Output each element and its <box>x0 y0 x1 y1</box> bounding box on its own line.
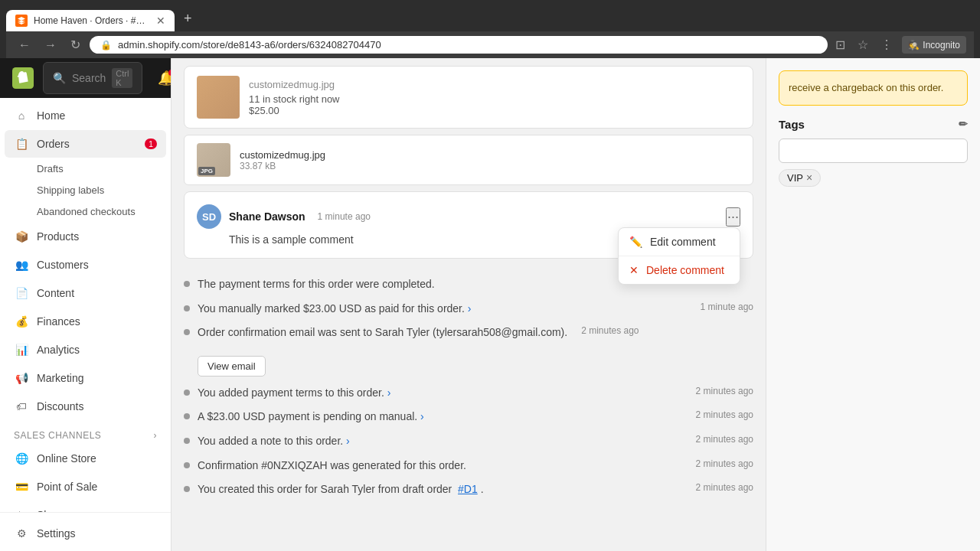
sidebar-item-home[interactable]: ⌂ Home <box>5 102 166 129</box>
product-stock: 11 in stock right now <box>249 93 740 105</box>
tag-remove-button[interactable]: × <box>806 172 812 183</box>
new-tab-button[interactable]: + <box>176 6 200 31</box>
timeline-dot <box>184 329 190 335</box>
forward-button[interactable]: → <box>40 37 61 54</box>
product-price: $25.00 <box>249 105 740 116</box>
tab-close-button[interactable]: ✕ <box>156 15 165 27</box>
event-text: You manually marked $23.00 USD as paid f… <box>198 302 687 317</box>
refresh-button[interactable]: ↻ <box>66 36 85 54</box>
active-tab[interactable]: Home Haven · Orders · #1001 ✕ <box>6 10 175 31</box>
tag-label: VIP <box>787 172 803 184</box>
shop-icon: 🛍 <box>14 507 29 512</box>
event-time: 2 minutes ago <box>696 386 753 396</box>
sidebar-item-products[interactable]: 📦 Products <box>5 223 166 250</box>
file-thumbnail: JPG <box>197 143 230 177</box>
event-time: 2 minutes ago <box>581 325 639 336</box>
orders-icon: 📋 <box>14 136 29 152</box>
products-icon: 📦 <box>14 229 29 244</box>
search-bar[interactable]: 🔍 Search Ctrl K <box>43 62 142 94</box>
sidebar-item-point-of-sale[interactable]: 💳 Point of Sale <box>5 473 166 500</box>
comment-time: 1 minute ago <box>318 211 371 222</box>
address-bar[interactable]: 🔒 admin.shopify.com/store/de8143-a6/orde… <box>90 36 828 54</box>
tags-edit-button[interactable]: ✏ <box>959 118 968 130</box>
timeline-events: The payment terms for this order were co… <box>172 265 766 519</box>
commenter-avatar: SD <box>197 204 221 229</box>
timeline-dot <box>184 281 190 287</box>
file-info: customizedmug.jpg 33.87 kB <box>240 149 740 171</box>
sidebar-item-label: Customers <box>37 259 89 271</box>
tags-section: Tags ✏ VIP × <box>779 118 968 187</box>
draft-order-link[interactable]: #D1 <box>458 483 478 495</box>
file-size: 33.87 kB <box>240 161 740 171</box>
event-time: 1 minute ago <box>701 302 753 312</box>
tab-title: Home Haven · Orders · #1001 <box>34 15 150 26</box>
marketing-icon: 📢 <box>14 370 29 386</box>
product-image <box>197 76 240 119</box>
bookmark-button[interactable]: ☆ <box>854 36 871 54</box>
timeline-event-7: Confirmation #0NZXIQZAH was generated fo… <box>184 458 753 474</box>
sidebar-item-label: Finances <box>37 315 80 328</box>
tag-input[interactable] <box>779 139 968 163</box>
event-time: 2 minutes ago <box>696 458 753 469</box>
tag-vip: VIP × <box>779 169 821 187</box>
timeline-dot <box>184 462 190 468</box>
sidebar-item-discounts[interactable]: 🏷 Discounts <box>5 393 166 420</box>
timeline-dot <box>184 413 190 419</box>
sidebar-item-label: Orders <box>37 138 70 150</box>
sidebar-item-label: Settings <box>37 527 76 540</box>
more-button[interactable]: ⋮ <box>877 36 896 54</box>
sidebar-item-customers[interactable]: 👥 Customers <box>5 251 166 279</box>
sidebar-item-shop[interactable]: 🛍 Shop <box>5 501 166 512</box>
product-details: customizedmug.jpg 11 in stock right now … <box>249 79 740 116</box>
sidebar-item-shipping-labels[interactable]: Shipping labels <box>5 180 166 201</box>
sidebar-item-abandoned-checkouts[interactable]: Abandoned checkouts <box>5 201 166 222</box>
comment-menu-button[interactable]: ··· <box>726 207 740 227</box>
timeline-event-2: You manually marked $23.00 USD as paid f… <box>184 302 753 317</box>
notifications-button[interactable]: 🔔 <box>158 70 172 86</box>
content-icon: 📄 <box>14 285 29 301</box>
event-time: 2 minutes ago <box>696 434 753 445</box>
discounts-icon: 🏷 <box>14 399 29 414</box>
comment-dropdown-menu: ✏️ Edit comment ✕ Delete comment <box>618 227 740 285</box>
product-card: customizedmug.jpg 11 in stock right now … <box>184 66 753 129</box>
sidebar-item-label: Content <box>37 287 74 299</box>
incognito-badge: 🕵 Incognito <box>902 36 966 54</box>
sidebar-item-label: Home <box>37 109 65 122</box>
sidebar-item-label: Analytics <box>37 344 80 356</box>
online-store-icon: 🌐 <box>14 451 29 466</box>
chargeback-notice: receive a chargeback on this order. <box>779 70 968 106</box>
sidebar: 🔍 Search Ctrl K 🔔 Home Haven HH ⌂ Hom <box>0 58 172 551</box>
tags-container: VIP × <box>779 169 968 187</box>
topbar-actions: 🔔 Home Haven HH <box>158 64 172 93</box>
sidebar-item-online-store[interactable]: 🌐 Online Store <box>5 445 166 472</box>
sidebar-item-analytics[interactable]: 📊 Analytics <box>5 336 166 364</box>
delete-comment-item[interactable]: ✕ Delete comment <box>619 256 740 284</box>
customers-icon: 👥 <box>14 257 29 272</box>
view-email-button[interactable]: View email <box>198 356 266 377</box>
sidebar-item-label: Products <box>37 230 79 243</box>
event-text: You added a note to this order. › <box>198 434 682 449</box>
home-icon: ⌂ <box>14 108 29 123</box>
sidebar-item-content[interactable]: 📄 Content <box>5 279 166 307</box>
sidebar-item-finances[interactable]: 💰 Finances <box>5 308 166 335</box>
sidebar-item-orders[interactable]: 📋 Orders 1 <box>5 130 166 158</box>
edit-comment-item[interactable]: ✏️ Edit comment <box>619 228 740 256</box>
sidebar-item-marketing[interactable]: 📢 Marketing <box>5 364 166 392</box>
tab-favicon <box>15 15 28 27</box>
point-of-sale-icon: 💳 <box>14 479 29 494</box>
commenter-name: Shane Dawson <box>229 210 305 223</box>
extensions-button[interactable]: ⊡ <box>832 36 848 54</box>
sidebar-item-drafts[interactable]: Drafts <box>5 158 166 179</box>
sales-channels-section: Sales channels › <box>0 424 171 444</box>
back-button[interactable]: ← <box>14 37 35 54</box>
settings-icon: ⚙ <box>14 526 29 541</box>
sidebar-item-label: Point of Sale <box>37 481 97 493</box>
event-time: 2 minutes ago <box>696 409 753 420</box>
settings-section: ⚙ Settings <box>0 512 171 551</box>
delete-icon: ✕ <box>629 264 639 276</box>
sidebar-item-label: Shop <box>37 509 62 512</box>
sidebar-item-settings[interactable]: ⚙ Settings <box>5 520 166 547</box>
event-text: Confirmation #0NZXIQZAH was generated fo… <box>198 458 682 474</box>
expand-sales-channels-icon[interactable]: › <box>154 430 158 441</box>
timeline-event-4: You added payment terms to this order. ›… <box>184 386 753 401</box>
